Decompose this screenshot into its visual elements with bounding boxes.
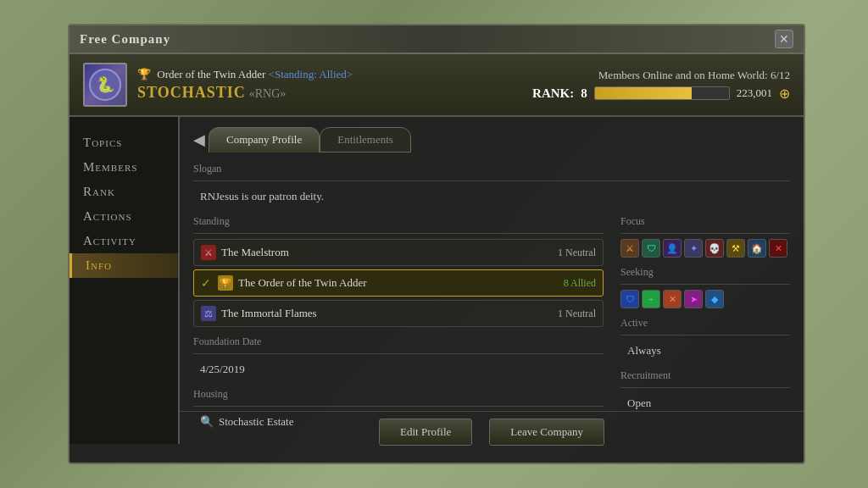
seeking-label: Seeking — [620, 266, 790, 279]
tab-row: ◀ Company Profile Entitlements — [193, 127, 790, 152]
header-left: 🐍 🏆 Order of the Twin Adder <Standing: A… — [83, 63, 353, 107]
sidebar-item-info[interactable]: Info — [70, 253, 178, 278]
immortal-left: ⚖ The Immortal Flames — [201, 306, 317, 321]
col-left: Standing ⚔ The Maelstrom 1 Neutral ✓ — [193, 215, 604, 441]
rank-progress-bar — [594, 86, 730, 100]
focus-icon-7: ✕ — [769, 239, 787, 258]
maelstrom-icon: ⚔ — [201, 245, 216, 260]
header-info: 🏆 Order of the Twin Adder <Standing: All… — [137, 68, 353, 102]
rank-bar: RANK: 8 223,001 ⊕ — [532, 86, 790, 102]
focus-icon-3: ✦ — [684, 239, 703, 258]
seeking-section: Seeking 🛡 + ✕ ➤ ◆ — [620, 266, 790, 308]
maelstrom-rank: 1 Neutral — [558, 247, 596, 259]
recruitment-section: Recruitment Open — [620, 369, 790, 413]
tab-company-profile[interactable]: Company Profile — [209, 127, 320, 152]
seeking-icon-3: ➤ — [684, 290, 703, 308]
focus-divider — [620, 233, 790, 234]
active-section: Active Always — [620, 317, 790, 361]
free-company-window: Free Company ✕ 🐍 🏆 Order of the Twin Add… — [68, 24, 805, 464]
col-right: Focus ⚔ 🛡 👤 ✦ 💀 ⚒ 🏠 ✕ — [620, 215, 790, 441]
standing-immortal: ⚖ The Immortal Flames 1 Neutral — [193, 300, 604, 327]
gc-standing-label: <Standing: Allied> — [269, 68, 353, 80]
tab-back-arrow[interactable]: ◀ — [193, 130, 205, 149]
focus-icon-1: 🛡 — [642, 239, 660, 258]
standing-divider — [193, 233, 604, 234]
immortal-rank: 1 Neutral — [558, 308, 596, 320]
seeking-icon-4: ◆ — [705, 290, 724, 308]
standing-twin-adder: ✓ 🏆 The Order of the Twin Adder 8 Allied — [193, 269, 604, 297]
seeking-divider — [620, 284, 790, 285]
recruitment-label: Recruitment — [620, 369, 790, 382]
trophy-icon: 🏆 — [137, 68, 151, 80]
content-area: Topics Members Rank Actions Activity Inf… — [70, 117, 804, 444]
active-divider — [620, 335, 790, 336]
housing-label: Housing — [193, 388, 604, 401]
maelstrom-name: The Maelstrom — [221, 246, 289, 259]
close-button[interactable]: ✕ — [775, 30, 793, 48]
standing-label: Standing — [193, 215, 604, 228]
crest-emblem: 🐍 — [89, 69, 121, 101]
focus-icons: ⚔ 🛡 👤 ✦ 💀 ⚒ 🏠 ✕ — [620, 239, 790, 258]
slogan-label: Slogan — [193, 163, 790, 175]
company-name: STOCHASTIC — [137, 84, 246, 101]
foundation-divider — [193, 353, 604, 354]
header-section: 🐍 🏆 Order of the Twin Adder <Standing: A… — [70, 54, 804, 117]
sidebar-item-rank[interactable]: Rank — [70, 180, 178, 204]
rank-fill — [595, 87, 692, 99]
company-name-row: STOCHASTIC «RNG» — [137, 84, 353, 102]
two-col-layout: Standing ⚔ The Maelstrom 1 Neutral ✓ — [193, 215, 790, 441]
sidebar-item-actions[interactable]: Actions — [70, 204, 178, 229]
gc-standing: 🏆 Order of the Twin Adder <Standing: All… — [137, 68, 353, 81]
standing-maelstrom: ⚔ The Maelstrom 1 Neutral — [193, 239, 604, 266]
recruitment-divider — [620, 387, 790, 388]
slogan-divider — [193, 180, 790, 181]
header-right: Members Online and on Home World: 6/12 R… — [532, 69, 790, 102]
members-online: Members Online and on Home World: 6/12 — [532, 69, 790, 82]
immortal-icon: ⚖ — [201, 306, 216, 321]
seeking-icon-1: + — [642, 290, 660, 308]
twin-adder-rank: 8 Allied — [564, 277, 596, 290]
leave-company-button[interactable]: Leave Company — [489, 419, 604, 446]
title-bar: Free Company ✕ — [70, 25, 804, 54]
sidebar-item-topics[interactable]: Topics — [70, 130, 178, 155]
twin-adder-left: ✓ 🏆 The Order of the Twin Adder — [201, 275, 367, 291]
edit-profile-button[interactable]: Edit Profile — [379, 419, 472, 446]
foundation-section: Foundation Date 4/25/2019 — [193, 336, 604, 380]
focus-icon-4: 💀 — [705, 239, 724, 258]
seeking-icons: 🛡 + ✕ ➤ ◆ — [620, 290, 790, 308]
sidebar-item-activity[interactable]: Activity — [70, 229, 178, 253]
company-crest: 🐍 — [83, 63, 127, 107]
standing-section: Standing ⚔ The Maelstrom 1 Neutral ✓ — [193, 215, 604, 327]
sidebar: Topics Members Rank Actions Activity Inf… — [70, 117, 180, 444]
window-title: Free Company — [80, 32, 170, 47]
focus-section: Focus ⚔ 🛡 👤 ✦ 💀 ⚒ 🏠 ✕ — [620, 215, 790, 258]
main-content: ◀ Company Profile Entitlements Slogan RN… — [180, 117, 804, 444]
standing-maelstrom-left: ⚔ The Maelstrom — [201, 245, 289, 260]
gc-name: Order of the Twin Adder — [157, 68, 265, 80]
tab-entitlements[interactable]: Entitlements — [320, 127, 411, 152]
housing-divider — [193, 406, 604, 407]
rank-label: RANK: — [532, 86, 574, 101]
rank-xp: 223,001 — [737, 86, 772, 100]
rank-icon: ⊕ — [779, 86, 790, 102]
company-tag: «RNG» — [249, 87, 287, 100]
active-label: Active — [620, 317, 790, 330]
slogan-section: Slogan RNJesus is our patron deity. — [193, 163, 790, 207]
focus-icon-2: 👤 — [663, 239, 682, 258]
foundation-label: Foundation Date — [193, 336, 604, 348]
seeking-icon-0: 🛡 — [620, 290, 639, 308]
rank-value: 8 — [581, 86, 587, 101]
focus-icon-5: ⚒ — [726, 239, 745, 258]
sidebar-item-members[interactable]: Members — [70, 155, 178, 180]
focus-label: Focus — [620, 215, 790, 228]
checkmark-icon: ✓ — [201, 276, 211, 291]
slogan-value: RNJesus is our patron deity. — [193, 186, 790, 207]
focus-icon-6: 🏠 — [748, 239, 766, 258]
twin-adder-name: The Order of the Twin Adder — [238, 276, 367, 290]
immortal-name: The Immortal Flames — [221, 307, 317, 320]
active-value: Always — [620, 341, 790, 361]
focus-icon-0: ⚔ — [620, 239, 639, 258]
twin-adder-icon: 🏆 — [218, 275, 233, 291]
bottom-buttons: Edit Profile Leave Company — [180, 411, 804, 452]
seeking-icon-2: ✕ — [663, 290, 682, 308]
